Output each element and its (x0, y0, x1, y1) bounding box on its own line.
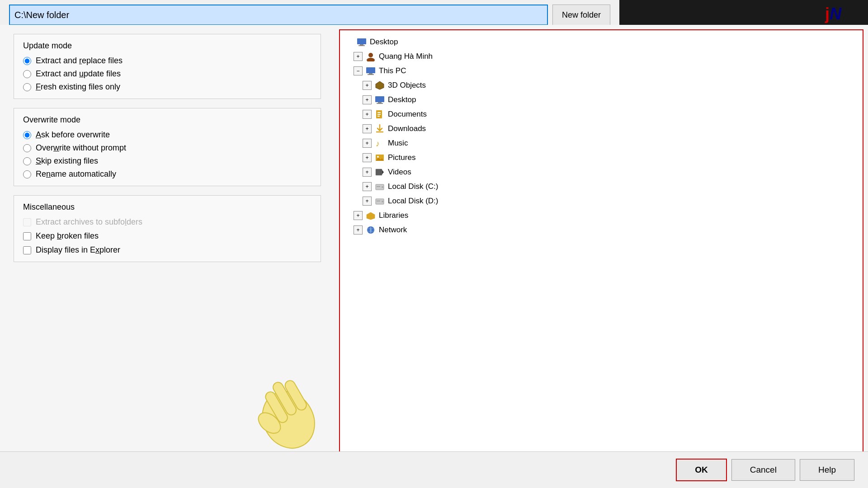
3dobjects-expand-icon[interactable]: + (363, 81, 372, 90)
svg-rect-15 (377, 116, 380, 117)
desktop2-label: Desktop (388, 95, 416, 104)
overwrite-no-prompt-radio[interactable] (23, 144, 31, 152)
bottom-bar: OK Cancel Help (0, 451, 868, 488)
disk-d-expand-icon[interactable]: + (363, 197, 372, 206)
svg-rect-0 (357, 38, 366, 44)
tree-item-pictures[interactable]: + Pictures (363, 150, 858, 165)
svg-rect-11 (377, 103, 383, 104)
path-input[interactable] (9, 5, 548, 25)
downloads-icon (374, 123, 385, 134)
tree-item-thispc[interactable]: − This PC (354, 64, 858, 78)
keep-broken-label: Keep broken files (36, 231, 99, 241)
extract-update-radio[interactable] (23, 70, 31, 78)
cancel-button[interactable]: Cancel (731, 459, 795, 481)
videos-icon (374, 167, 385, 178)
pictures-icon (374, 152, 385, 163)
svg-rect-1 (360, 44, 363, 45)
tree-item-desktop[interactable]: Desktop (344, 35, 858, 49)
update-mode-title: Update mode (23, 41, 311, 51)
ask-before-option[interactable]: Ask before overwrite (23, 130, 311, 140)
pictures-expand-icon[interactable]: + (363, 153, 372, 162)
tree-item-user[interactable]: + Quang Hà Minh (354, 49, 858, 64)
display-explorer-checkbox[interactable] (23, 246, 31, 254)
skip-existing-option[interactable]: Skip existing files (23, 156, 311, 166)
keep-broken-checkbox[interactable] (23, 232, 31, 240)
ask-before-radio[interactable] (23, 131, 31, 139)
music-icon: ♪ (374, 138, 385, 149)
user-label: Quang Hà Minh (379, 52, 433, 61)
display-explorer-option[interactable]: Display files in Explorer (23, 245, 311, 255)
documents-expand-icon[interactable]: + (363, 110, 372, 119)
tree-item-disk-c[interactable]: + Local Disk (C:) (363, 179, 858, 194)
desktop2-icon (374, 94, 385, 105)
thispc-icon (365, 66, 376, 76)
keep-broken-option[interactable]: Keep broken files (23, 231, 311, 241)
videos-expand-icon[interactable]: + (363, 168, 372, 177)
desktop2-expand-icon[interactable]: + (363, 95, 372, 104)
logo-j-letter: j (825, 5, 830, 23)
logo-n-letter: N (830, 5, 841, 23)
extract-subfolders-checkbox[interactable] (23, 218, 31, 226)
svg-rect-7 (368, 74, 374, 75)
extract-replace-radio[interactable] (23, 57, 31, 65)
extract-subfolders-label: Extract archives to subfolders (36, 217, 142, 227)
svg-text:♪: ♪ (376, 139, 380, 148)
svg-rect-14 (377, 114, 381, 115)
downloads-expand-icon[interactable]: + (363, 124, 372, 133)
svg-rect-10 (378, 102, 382, 103)
fresh-existing-radio[interactable] (23, 83, 31, 91)
music-expand-icon[interactable]: + (363, 139, 372, 148)
network-icon (365, 225, 376, 235)
update-mode-options: Extract and replace files Extract and up… (23, 56, 311, 92)
extract-update-option[interactable]: Extract and update files (23, 69, 311, 79)
tree-item-desktop2[interactable]: + Desktop (363, 93, 858, 107)
skip-existing-label: Skip existing files (36, 156, 98, 166)
user-expand-icon[interactable]: + (354, 52, 363, 61)
svg-rect-2 (359, 45, 365, 46)
svg-rect-6 (369, 73, 373, 74)
disk-d-icon (374, 196, 385, 206)
logo-jn: jN (825, 5, 841, 23)
extract-subfolders-option[interactable]: Extract archives to subfolders (23, 217, 311, 227)
svg-point-19 (377, 156, 379, 158)
tree-item-3dobjects[interactable]: + 3D Objects (363, 78, 858, 93)
ask-before-label: Ask before overwrite (36, 130, 110, 140)
tree-item-downloads[interactable]: + Downloads (363, 122, 858, 136)
network-expand-icon[interactable]: + (354, 225, 363, 235)
music-label: Music (388, 139, 408, 148)
svg-rect-13 (377, 112, 381, 113)
svg-rect-32 (377, 201, 380, 202)
documents-label: Documents (388, 110, 427, 119)
skip-existing-radio[interactable] (23, 157, 31, 165)
rename-auto-option[interactable]: Rename automatically (23, 169, 311, 179)
documents-icon (374, 109, 385, 120)
disk-c-expand-icon[interactable]: + (363, 182, 372, 191)
network-label: Network (379, 225, 407, 235)
thispc-label: This PC (379, 66, 406, 75)
tree-item-music[interactable]: + ♪ Music (363, 136, 858, 150)
ok-button[interactable]: OK (676, 459, 727, 481)
3dobjects-label: 3D Objects (388, 81, 426, 90)
file-tree-panel[interactable]: Desktop + Quang Hà Minh − This PC + 3D O… (339, 29, 863, 483)
videos-label: Videos (388, 168, 411, 177)
rename-auto-radio[interactable] (23, 170, 31, 178)
extract-replace-option[interactable]: Extract and replace files (23, 56, 311, 66)
tree-item-documents[interactable]: + Documents (363, 107, 858, 122)
thispc-expand-icon[interactable]: − (354, 66, 363, 75)
hand-pointer-annotation (240, 361, 330, 452)
disk-c-icon (374, 181, 385, 192)
tree-item-disk-d[interactable]: + Local Disk (D:) (363, 194, 858, 208)
svg-point-31 (382, 201, 383, 202)
overwrite-no-prompt-option[interactable]: Overwrite without prompt (23, 143, 311, 153)
tree-item-videos[interactable]: + Videos (363, 165, 858, 179)
libraries-expand-icon[interactable]: + (354, 211, 363, 220)
desktop-icon (356, 37, 367, 47)
svg-rect-5 (366, 67, 375, 73)
tree-item-network[interactable]: + Network (354, 223, 858, 237)
new-folder-button[interactable]: New folder (552, 5, 610, 25)
svg-marker-8 (376, 81, 384, 89)
help-button[interactable]: Help (800, 459, 854, 481)
tree-item-libraries[interactable]: + Libraries (354, 208, 858, 223)
overwrite-mode-options: Ask before overwrite Overwrite without p… (23, 130, 311, 179)
fresh-existing-option[interactable]: Fresh existing files only (23, 82, 311, 92)
